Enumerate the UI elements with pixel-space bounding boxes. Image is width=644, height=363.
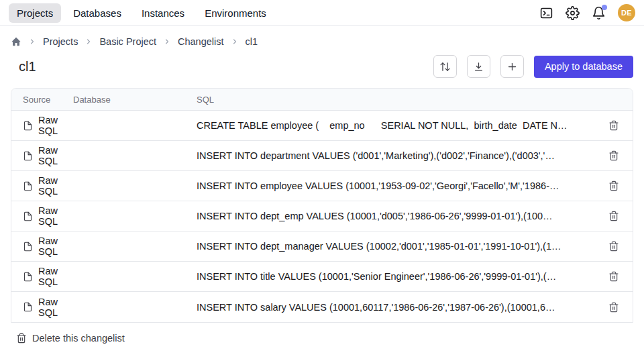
sql-statement: INSERT INTO title VALUES (10001,'Senior …	[197, 271, 595, 282]
sql-statement: INSERT INTO employee VALUES (10001,'1953…	[197, 180, 595, 191]
chevron-right-icon	[28, 38, 36, 46]
bell-icon[interactable]	[592, 6, 606, 20]
table-row[interactable]: Raw SQL CREATE TABLE employee ( emp_no S…	[11, 111, 633, 141]
apply-to-database-button[interactable]: Apply to database	[534, 56, 633, 78]
file-icon	[23, 181, 33, 191]
top-nav: Projects Databases Instances Environment…	[0, 0, 644, 26]
add-button[interactable]	[500, 55, 524, 78]
trash-icon[interactable]	[608, 150, 619, 161]
chevron-right-icon	[85, 38, 93, 46]
table-row[interactable]: Raw SQL INSERT INTO dept_manager VALUES …	[11, 231, 633, 262]
breadcrumb-changelist[interactable]: Changelist	[178, 36, 224, 47]
home-icon[interactable]	[11, 36, 21, 47]
table-row[interactable]: Raw SQL INSERT INTO employee VALUES (100…	[11, 171, 633, 201]
trash-icon[interactable]	[608, 211, 619, 221]
sql-statement: INSERT INTO dept_emp VALUES (10001,'d005…	[197, 211, 595, 221]
column-header-sql: SQL	[197, 95, 595, 105]
breadcrumb-basic-project[interactable]: Basic Project	[99, 36, 156, 47]
sql-statement: INSERT INTO department VALUES ('d001','M…	[197, 150, 595, 161]
sql-statement: INSERT INTO salary VALUES (10001,60117,'…	[197, 302, 595, 313]
file-icon	[23, 272, 33, 282]
file-icon	[23, 151, 33, 161]
trash-icon	[16, 333, 27, 344]
trash-icon[interactable]	[608, 180, 619, 191]
table-row[interactable]: Raw SQL INSERT INTO dept_emp VALUES (100…	[11, 201, 633, 231]
chevron-right-icon	[231, 38, 239, 46]
source-label: Raw SQL	[38, 115, 73, 136]
chevron-right-icon	[163, 38, 171, 46]
notification-dot	[602, 5, 607, 10]
source-label: Raw SQL	[38, 145, 73, 166]
column-header-database: Database	[73, 95, 197, 105]
breadcrumb: Projects Basic Project Changelist cl1	[11, 26, 633, 50]
file-icon	[23, 121, 33, 131]
nav-item-environments[interactable]: Environments	[197, 3, 274, 23]
page-title: cl1	[19, 59, 36, 74]
main-nav: Projects Databases Instances Environment…	[9, 3, 274, 23]
sql-statement: INSERT INTO dept_manager VALUES (10002,'…	[197, 241, 595, 252]
table-row[interactable]: Raw SQL INSERT INTO department VALUES ('…	[11, 141, 633, 171]
nav-item-instances[interactable]: Instances	[133, 3, 193, 23]
source-label: Raw SQL	[38, 205, 73, 227]
download-button[interactable]	[467, 55, 490, 78]
file-icon	[23, 211, 33, 221]
title-row: cl1	[11, 55, 633, 78]
delete-changelist-button[interactable]: Delete this changelist	[11, 333, 125, 344]
file-icon	[23, 302, 33, 312]
source-label: Raw SQL	[38, 175, 73, 197]
table-row[interactable]: Raw SQL INSERT INTO title VALUES (10001,…	[11, 262, 633, 292]
plus-icon	[506, 61, 518, 72]
nav-item-projects[interactable]: Projects	[9, 3, 61, 23]
page-content: Projects Basic Project Changelist cl1 cl…	[0, 26, 644, 344]
page-actions: Apply to database	[433, 55, 633, 78]
source-label: Raw SQL	[38, 297, 73, 318]
sql-statement: CREATE TABLE employee ( emp_no SERIAL NO…	[197, 120, 595, 131]
file-icon	[23, 242, 33, 252]
sql-editor-terminal-icon[interactable]	[539, 6, 553, 20]
breadcrumb-cl1[interactable]: cl1	[246, 36, 258, 47]
trash-icon[interactable]	[608, 302, 619, 313]
table-row[interactable]: Raw SQL INSERT INTO salary VALUES (10001…	[11, 292, 633, 322]
table-header-row: Source Database SQL	[11, 89, 633, 111]
download-icon	[473, 61, 484, 72]
changelist-table: Source Database SQL Raw SQL CREATE TABLE…	[11, 88, 633, 323]
delete-changelist-label: Delete this changelist	[32, 333, 125, 344]
nav-utilities: DE	[539, 4, 635, 21]
source-label: Raw SQL	[38, 266, 73, 287]
nav-item-databases[interactable]: Databases	[65, 3, 129, 23]
breadcrumb-projects[interactable]: Projects	[43, 36, 78, 47]
source-label: Raw SQL	[38, 236, 73, 257]
sort-button[interactable]	[433, 55, 457, 78]
arrow-up-down-icon	[439, 61, 451, 72]
trash-icon[interactable]	[608, 271, 619, 282]
gear-icon[interactable]	[566, 6, 580, 20]
avatar[interactable]: DE	[618, 4, 635, 21]
trash-icon[interactable]	[608, 241, 619, 252]
column-header-source: Source	[11, 95, 73, 105]
trash-icon[interactable]	[608, 120, 619, 131]
